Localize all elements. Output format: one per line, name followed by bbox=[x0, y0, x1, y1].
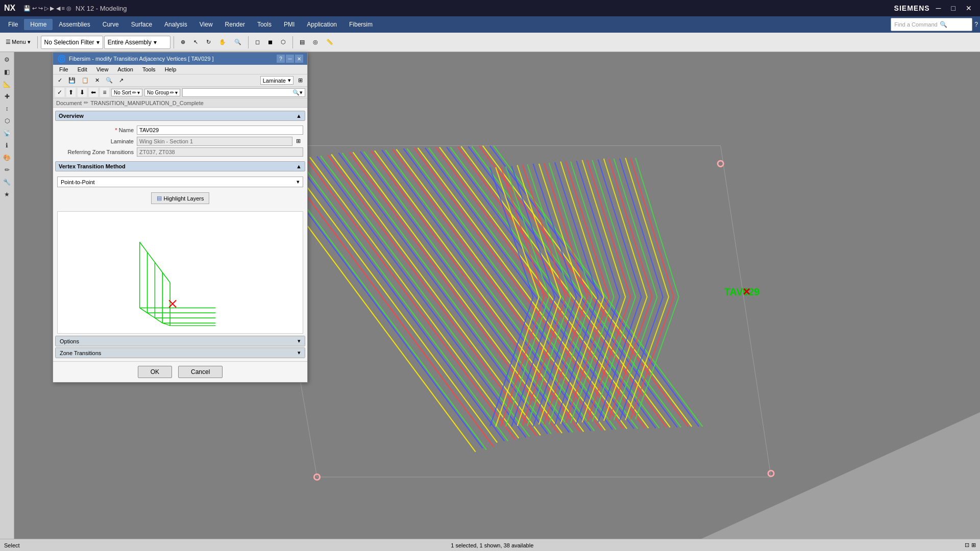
sidebar-icon-info[interactable]: ℹ bbox=[2, 140, 13, 151]
help-icon[interactable]: ? bbox=[974, 21, 978, 28]
sidebar-icon-extra[interactable]: ★ bbox=[2, 189, 13, 200]
dialog-grid-btn[interactable]: ⊞ bbox=[296, 76, 305, 85]
assembly-scope-dropdown[interactable]: Entire Assembly ▾ bbox=[104, 36, 170, 49]
referring-input bbox=[137, 147, 303, 157]
dialog-nav-btn[interactable]: ↗ bbox=[116, 76, 126, 85]
sidebar-icon-layers[interactable]: ◧ bbox=[2, 66, 13, 78]
menu-view[interactable]: View bbox=[193, 19, 219, 30]
render-btn[interactable]: ◎ bbox=[309, 37, 322, 47]
group-dropdown[interactable]: No Group ✏ ▾ bbox=[144, 89, 180, 96]
app-title: NX 12 - Modeling bbox=[76, 5, 127, 12]
dialog-check-btn[interactable]: ✓ bbox=[55, 76, 65, 85]
status-mode: Select bbox=[4, 542, 20, 548]
dialog-save-btn[interactable]: 💾 bbox=[66, 76, 78, 85]
zone-transitions-toggle[interactable]: Zone Transitions ▾ bbox=[56, 348, 305, 358]
laminate-picker-btn[interactable]: ⊞ bbox=[293, 136, 303, 146]
dialog-menu-view[interactable]: View bbox=[92, 65, 113, 73]
menu-file[interactable]: File bbox=[2, 19, 24, 30]
main-dialog: 🌀 Fibersim - modify Transition Adjacency… bbox=[53, 52, 308, 383]
view-btn[interactable]: ◻ bbox=[252, 37, 263, 47]
dialog-close-button[interactable]: ✕ bbox=[295, 55, 303, 63]
svg-line-13 bbox=[162, 323, 170, 325]
selection-filter-dropdown[interactable]: No Selection Filter ▾ bbox=[41, 36, 103, 49]
sort-dropdown[interactable]: No Sort ✏ ▾ bbox=[111, 89, 142, 96]
menu-surface[interactable]: Surface bbox=[125, 19, 158, 30]
sort-label: No Sort bbox=[114, 90, 131, 95]
pan-btn[interactable]: ✋ bbox=[215, 37, 230, 47]
dialog-delete-btn[interactable]: ✕ bbox=[92, 76, 102, 85]
dialog-menu-tools[interactable]: Tools bbox=[138, 65, 160, 73]
assembly-scope-label: Entire Assembly bbox=[108, 39, 152, 46]
menu-analysis[interactable]: Analysis bbox=[158, 19, 193, 30]
search-input[interactable] bbox=[185, 89, 292, 95]
name-input[interactable] bbox=[137, 126, 303, 135]
highlight-layers-button[interactable]: ▤ Highlight Layers bbox=[151, 192, 210, 204]
options-toggle[interactable]: Options ▾ bbox=[56, 336, 305, 346]
overview-label: Overview bbox=[59, 113, 84, 119]
sidebar-icon-edit[interactable]: ✏ bbox=[2, 164, 13, 176]
menu-button[interactable]: ☰ Menu ▾ bbox=[2, 37, 34, 47]
laminate-dropdown-label: Laminate bbox=[263, 78, 286, 84]
sidebar-icon-view[interactable]: 📐 bbox=[2, 79, 13, 90]
window-close-button[interactable]: ✕ bbox=[962, 3, 976, 13]
menu-curve[interactable]: Curve bbox=[96, 19, 125, 30]
dialog-menu-help[interactable]: Help bbox=[161, 65, 181, 73]
vertex-method-section-header[interactable]: Vertex Transition Method ▲ bbox=[55, 161, 305, 171]
left-btn[interactable]: ⬅ bbox=[89, 88, 98, 97]
laminate-dropdown-chevron: ▾ bbox=[288, 77, 291, 84]
rotate-btn[interactable]: ↻ bbox=[203, 37, 214, 47]
cancel-button[interactable]: Cancel bbox=[178, 366, 223, 378]
find-command-label: Find a Command bbox=[894, 21, 937, 28]
wire-btn[interactable]: ⬡ bbox=[277, 37, 289, 47]
sidebar-icon-palette[interactable]: 🎨 bbox=[2, 152, 13, 163]
up-btn[interactable]: ⬆ bbox=[66, 88, 76, 97]
document-edit-icon[interactable]: ✏ bbox=[84, 99, 88, 106]
maximize-button[interactable]: □ bbox=[947, 3, 960, 13]
down-btn[interactable]: ⬇ bbox=[78, 88, 87, 97]
menu-application[interactable]: Application bbox=[301, 19, 343, 30]
sidebar-icon-tools[interactable]: 🔧 bbox=[2, 177, 13, 188]
dialog-app-icon: 🌀 bbox=[57, 55, 66, 63]
sidebar-icon-snap[interactable]: ✚ bbox=[2, 91, 13, 102]
zoom-btn[interactable]: 🔍 bbox=[231, 37, 245, 47]
sidebar-icon-measure[interactable]: 📡 bbox=[2, 128, 13, 139]
ok-button[interactable]: OK bbox=[138, 366, 172, 378]
filter-btn[interactable]: ✓ bbox=[55, 88, 64, 97]
dialog-menu-action[interactable]: Action bbox=[113, 65, 137, 73]
svg-line-10 bbox=[140, 308, 148, 313]
status-icon-1: ⊡ bbox=[965, 542, 969, 548]
menu-pmi[interactable]: PMI bbox=[278, 19, 301, 30]
minimize-button[interactable]: ─ bbox=[932, 3, 945, 13]
more-btn[interactable]: ≡ bbox=[100, 88, 109, 97]
menu-home[interactable]: Home bbox=[24, 19, 53, 30]
dialog-find-btn[interactable]: 🔍 bbox=[103, 76, 115, 85]
vertex-method-collapse-icon: ▲ bbox=[296, 163, 302, 169]
menu-render[interactable]: Render bbox=[219, 19, 251, 30]
shade-btn[interactable]: ◼ bbox=[264, 37, 276, 47]
search-icon: 🔍 bbox=[940, 21, 947, 28]
laminate-dropdown[interactable]: Laminate ▾ bbox=[260, 76, 293, 85]
overview-section-header[interactable]: Overview ▲ bbox=[55, 111, 305, 121]
dialog-min-button[interactable]: ─ bbox=[286, 55, 294, 63]
menu-assemblies[interactable]: Assemblies bbox=[53, 19, 96, 30]
menu-tools[interactable]: Tools bbox=[251, 19, 278, 30]
search-bar[interactable]: 🔍 ▾ bbox=[182, 88, 305, 97]
dialog-menu-edit[interactable]: Edit bbox=[74, 65, 91, 73]
transition-diagram bbox=[58, 212, 303, 333]
dialog-close-buttons: ? ─ ✕ bbox=[277, 55, 303, 63]
dialog-toolbar-2: ✓ ⬆ ⬇ ⬅ ≡ No Sort ✏ ▾ No Group ✏ ▾ 🔍 bbox=[53, 87, 307, 98]
menu-fibersim[interactable]: Fibersim bbox=[343, 19, 379, 30]
snap-btn[interactable]: ⊕ bbox=[177, 37, 189, 47]
vertex-method-dropdown[interactable]: Point-to-Point ▾ bbox=[57, 177, 303, 187]
layer-btn[interactable]: ▤ bbox=[296, 37, 308, 47]
dialog-copy-btn[interactable]: 📋 bbox=[79, 76, 91, 85]
sidebar-icon-move[interactable]: ↕ bbox=[2, 103, 13, 114]
dialog-help-button[interactable]: ? bbox=[277, 55, 285, 63]
select-btn[interactable]: ↖ bbox=[190, 37, 202, 47]
dialog-toolbar-1: ✓ 💾 📋 ✕ 🔍 ↗ Laminate ▾ ⊞ bbox=[53, 74, 307, 87]
dialog-menu-file[interactable]: File bbox=[55, 65, 72, 73]
find-command-input[interactable]: Find a Command 🔍 bbox=[891, 18, 972, 31]
measure-btn[interactable]: 📏 bbox=[323, 37, 337, 47]
sidebar-icon-settings[interactable]: ⚙ bbox=[2, 54, 13, 65]
sidebar-icon-3d[interactable]: ⬡ bbox=[2, 115, 13, 127]
